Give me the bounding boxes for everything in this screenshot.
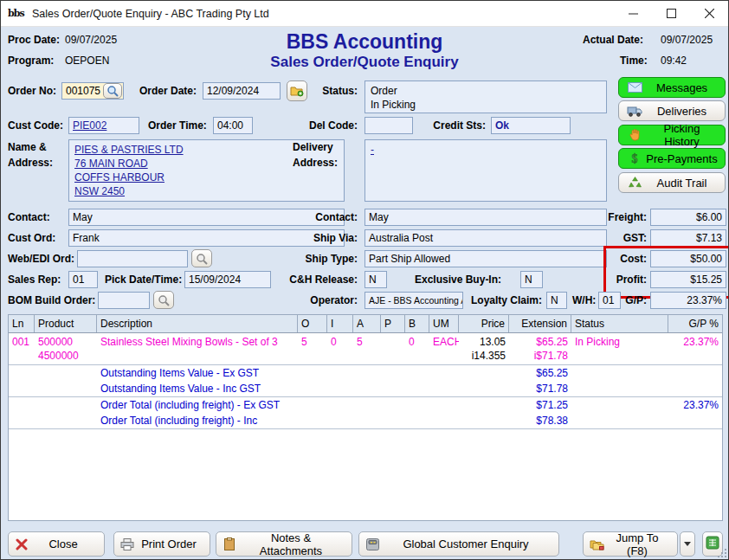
maximize-icon xyxy=(667,9,676,18)
contact-right-label: Contact: xyxy=(261,211,358,223)
jump-folder-icon xyxy=(584,538,610,550)
total-label: Order Total (including freight) - Inc xyxy=(97,413,298,428)
window-title: Sales Order/Quote Enquiry - ABC Trading … xyxy=(32,8,614,20)
gp-field[interactable]: 23.37% xyxy=(650,292,726,309)
status-label: Status: xyxy=(261,85,358,97)
cell-status: In Picking xyxy=(571,333,668,364)
cust-code-link[interactable]: PIE002 xyxy=(73,119,106,132)
jump-to-dropdown-button[interactable] xyxy=(680,531,695,557)
cell-ln: 001 xyxy=(9,333,35,364)
close-window-button[interactable] xyxy=(690,1,728,26)
cust-code-label: Cust Code: xyxy=(8,119,63,132)
total-gp xyxy=(668,413,722,428)
credit-sts-field[interactable]: Ok xyxy=(491,117,571,134)
pick-date-time-field[interactable]: 15/09/2024 xyxy=(184,271,271,288)
title-bar: bbs Sales Order/Quote Enquiry - ABC Trad… xyxy=(1,1,728,27)
col-header-description: Description xyxy=(97,315,298,332)
cell-um: EACH xyxy=(429,333,459,364)
picking-history-button[interactable]: Picking History xyxy=(618,125,726,145)
loyalty-claim-label: Loyalty Claim: xyxy=(471,294,542,306)
del-code-label: Del Code: xyxy=(261,119,358,132)
messages-button[interactable]: Messages xyxy=(618,77,726,98)
notes-attachments-button[interactable]: Notes & Attachments xyxy=(216,531,352,557)
gp-label: G/P: xyxy=(569,294,647,306)
deliveries-button[interactable]: Deliveries xyxy=(618,100,726,121)
envelope-icon xyxy=(625,82,644,93)
magnifier-icon xyxy=(158,294,170,306)
col-header-gp: G/P % xyxy=(668,315,722,332)
cust-code-field[interactable]: PIE002 xyxy=(68,117,139,134)
exclusive-buy-in-field[interactable]: N xyxy=(520,271,543,288)
minimize-button[interactable] xyxy=(614,1,652,26)
bom-build-order-field[interactable] xyxy=(98,292,150,309)
freight-label: Freight: xyxy=(569,211,647,223)
ch-release-field[interactable]: N xyxy=(364,271,387,288)
cell-o: 5 xyxy=(298,333,327,364)
screen-title: Sales Order/Quote Enquiry xyxy=(1,54,728,71)
close-button[interactable]: Close xyxy=(8,531,105,557)
gst-field[interactable]: $7.13 xyxy=(650,229,726,247)
col-header-i: I xyxy=(327,315,353,332)
delivery-address-label-2: Address: xyxy=(293,157,338,169)
sales-rep-field[interactable]: 01 xyxy=(68,271,98,288)
maximize-button[interactable] xyxy=(652,1,690,26)
delivery-address-value[interactable]: - xyxy=(371,144,374,156)
address-line-4[interactable]: NSW 2450 xyxy=(74,184,339,198)
side-button-label: Deliveries xyxy=(646,105,718,118)
footer-button-label: Close xyxy=(35,537,92,550)
cust-ord-label: Cust Ord: xyxy=(8,232,55,244)
svg-text:$: $ xyxy=(632,152,638,165)
web-edi-ord-field[interactable] xyxy=(77,250,188,267)
minimize-icon xyxy=(629,9,638,18)
order-time-field[interactable]: 04:00 xyxy=(213,117,253,134)
web-edi-search-button[interactable] xyxy=(191,249,212,267)
order-date-label: Order Date: xyxy=(139,85,197,97)
sales-rep-label: Sales Rep: xyxy=(8,274,61,286)
operator-field[interactable]: AJE - BBS Accounting Auto-Jol xyxy=(364,292,463,309)
col-header-ln: Ln xyxy=(9,315,35,332)
pre-payments-button[interactable]: $ Pre-Payments xyxy=(618,148,726,169)
magnifier-icon xyxy=(196,253,208,265)
close-x-icon xyxy=(9,538,35,550)
address-line-3[interactable]: COFFS HARBOUR xyxy=(74,171,339,184)
side-button-label: Pre-Payments xyxy=(646,152,718,165)
resize-grip[interactable] xyxy=(716,547,726,557)
total-extension: $71.25 xyxy=(509,397,571,413)
actual-date-label: Actual Date: xyxy=(583,34,643,46)
web-edi-ord-label: Web/EDI Ord: xyxy=(8,253,74,265)
order-no-search-button[interactable] xyxy=(103,83,122,99)
cell-b: 0 xyxy=(405,333,429,364)
jump-to-button[interactable]: Jump To (F8) xyxy=(583,531,678,557)
chevron-down-icon xyxy=(684,542,691,546)
bom-search-button[interactable] xyxy=(153,291,174,309)
col-header-status: Status xyxy=(571,315,668,332)
profit-field[interactable]: $15.25 xyxy=(650,271,726,288)
del-code-field[interactable] xyxy=(364,117,413,134)
total-row: Order Total (including freight) - Ex GST… xyxy=(9,397,722,413)
print-order-button[interactable]: Print Order xyxy=(113,531,210,557)
grid-header-row: Ln Product Description O I A P B UM Pric… xyxy=(9,315,722,333)
order-lines-grid: Ln Product Description O I A P B UM Pric… xyxy=(8,314,723,521)
cell-a: 5 xyxy=(353,333,381,364)
hand-icon xyxy=(625,129,644,141)
time-value: 09:42 xyxy=(661,55,687,67)
freight-field[interactable]: $6.00 xyxy=(650,209,726,226)
profit-label: Profit: xyxy=(569,274,647,286)
audit-trail-button[interactable]: Audit Trail xyxy=(618,172,726,193)
order-time-label: Order Time: xyxy=(148,119,207,132)
total-gp xyxy=(668,381,722,396)
cost-field[interactable]: $50.00 xyxy=(650,250,726,267)
order-line-row[interactable]: 001 5000004500000 Stainless Steel Mixing… xyxy=(9,333,722,365)
delivery-address-label-1: Delivery xyxy=(293,141,333,153)
total-row: Outstanding Items Value - Ex GST $65.25 xyxy=(9,365,722,381)
printer-icon xyxy=(114,538,140,550)
time-label: Time: xyxy=(620,55,648,67)
app-window: bbs Sales Order/Quote Enquiry - ABC Trad… xyxy=(0,0,729,560)
col-header-price: Price xyxy=(459,315,509,332)
col-header-product: Product xyxy=(35,315,97,332)
loyalty-claim-field[interactable]: N xyxy=(546,292,567,309)
status-line1: Order xyxy=(371,84,601,98)
global-customer-enquiry-button[interactable]: Global Customer Enquiry xyxy=(358,531,559,557)
col-header-p: P xyxy=(381,315,405,332)
cell-product: 5000004500000 xyxy=(35,333,97,364)
